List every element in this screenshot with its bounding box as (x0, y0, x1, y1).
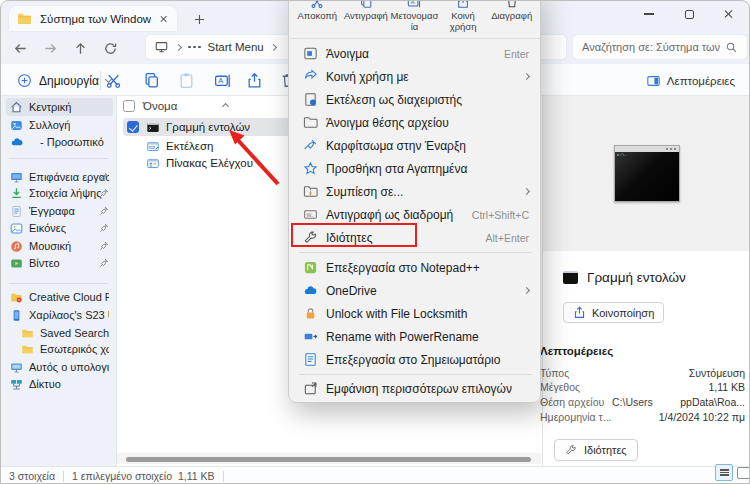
onedrive-icon (10, 136, 24, 149)
sidebar-item-this-pc[interactable]: Αυτός ο υπολογιστή (6, 358, 113, 376)
scrollbar-thumb[interactable] (126, 457, 531, 462)
up-icon (73, 41, 88, 56)
selection-count: 1 επιλεγμένο στοιχείο (72, 470, 172, 482)
paste-button[interactable] (178, 72, 195, 89)
run-as-admin-icon (302, 92, 318, 107)
details-pane: C:\. Γραμμή εντολών Κοινοποίηση Λεπτομέρ… (542, 96, 750, 466)
menu-item-edit-notepadpp[interactable]: Επεξεργασία στο Notepad++ (294, 256, 537, 279)
sidebar-item-phone[interactable]: Χαρίλαος's S23 Ultra (6, 306, 113, 324)
detail-value: 1/4/2024 10:22 πμ (659, 411, 745, 423)
sidebar-item-label: Δίκτυο (29, 378, 109, 390)
menu-item-show-more-options[interactable]: Εμφάνιση περισσότερων επιλογών (294, 377, 537, 400)
share-icon (573, 306, 586, 319)
rename-button[interactable]: A (214, 72, 231, 89)
pin-icon (99, 258, 109, 268)
sidebar-item-label: Συλλογή (29, 119, 109, 131)
quick-action-label: Διαγραφή (491, 11, 532, 22)
home-icon (10, 101, 23, 114)
cmd-icon (563, 271, 578, 284)
new-item-label: Δημιουργία (39, 74, 99, 88)
select-all-checkbox[interactable] (123, 100, 135, 112)
context-menu: Αποκοπή Αντιγραφή A Μετονομασία Κοινή χρ… (288, 0, 541, 403)
list-view-button[interactable] (715, 464, 733, 481)
sidebar-item-creative-cloud[interactable]: Creative Cloud Files F (6, 288, 113, 306)
menu-item-open[interactable]: Άνοιγμα Enter (294, 42, 537, 65)
cut-icon (310, 0, 324, 9)
window-controls (629, 1, 749, 27)
this-pc-icon (10, 361, 23, 374)
sidebar-item-label: Creative Cloud Files F (29, 291, 109, 303)
maximize-button[interactable] (669, 1, 709, 27)
menu-divider (299, 252, 532, 253)
menu-item-add-to-favorites[interactable]: Προσθήκη στα Αγαπημένα (294, 157, 537, 180)
refresh-button[interactable] (99, 37, 121, 59)
row-checkbox[interactable] (127, 121, 139, 133)
menu-item-label: Καρφίτσωμα στην Έναρξη (326, 139, 529, 153)
detail-label: Μέγεθος (540, 381, 612, 393)
close-icon (724, 9, 734, 19)
sidebar-item-home[interactable]: Κεντρική (6, 98, 113, 116)
menu-item-file-locksmith[interactable]: Unlock with File Locksmith (294, 302, 537, 325)
folder-icon (21, 327, 34, 340)
share-button[interactable] (246, 72, 263, 89)
sidebar-item-label: Στοιχεία λήψης (29, 187, 109, 199)
explorer-tab[interactable]: Σύστημα των Windows (9, 6, 177, 31)
cut-button[interactable] (105, 72, 122, 89)
tab-close-icon[interactable] (160, 15, 168, 23)
menu-item-powerrename[interactable]: Rename with PowerRename (294, 325, 537, 348)
quick-rename-button[interactable]: A Μετονομασία (390, 0, 438, 38)
copy-button[interactable] (143, 72, 160, 89)
toggle-details-pane-button[interactable]: Λεπτομέρειες (640, 69, 741, 92)
detail-row-file-location: Θέση αρχείου C:\Users ppData\Roa... (540, 395, 750, 409)
content-view-button[interactable] (737, 467, 750, 479)
powerrename-icon (302, 329, 318, 344)
menu-item-open-file-location[interactable]: Άνοιγμα θέσης αρχείου (294, 111, 537, 134)
rename-icon: A (407, 0, 421, 9)
menu-item-share-with[interactable]: Κοινή χρήση με (294, 65, 537, 88)
quick-delete-button[interactable]: Διαγραφή (488, 0, 536, 38)
sidebar-item-onedrive-personal[interactable]: - Προσωπικό (6, 133, 113, 151)
up-button[interactable] (69, 37, 91, 59)
back-button[interactable] (9, 37, 31, 59)
search-input[interactable]: Αναζήτηση σε: Σύστημα των (573, 35, 747, 59)
share-file-button[interactable]: Κοινοποίηση (563, 302, 664, 323)
status-divider (63, 471, 64, 482)
sidebar-item-videos[interactable]: Βίντεο (6, 254, 113, 272)
menu-item-compress-to[interactable]: Συμπίεση σε... (294, 180, 537, 203)
sidebar-item-gallery[interactable]: Συλλογή (6, 116, 113, 134)
minimize-button[interactable] (629, 1, 669, 27)
tab-title: Σύστημα των Windows (40, 13, 151, 25)
sidebar-item-pictures[interactable]: Εικόνες (6, 219, 113, 237)
sidebar-item-downloads[interactable]: Στοιχεία λήψης (6, 184, 113, 202)
menu-item-pin-to-start[interactable]: Καρφίτσωμα στην Έναρξη (294, 134, 537, 157)
sidebar-item-internal-storage[interactable]: Εσωτερικός χώρος (17, 340, 113, 358)
overflow-crumbs-icon[interactable] (188, 46, 201, 49)
sidebar-item-network[interactable]: Δίκτυο (6, 375, 113, 393)
file-row-run[interactable]: Εκτέλεση (123, 137, 217, 155)
sidebar-item-music[interactable]: Μουσική (6, 237, 113, 255)
properties-button[interactable]: Ιδιότητες (554, 439, 638, 461)
notepad-icon (302, 352, 318, 367)
search-icon (725, 41, 738, 54)
column-header-name[interactable]: Όνομα (123, 100, 177, 112)
sidebar-item-documents[interactable]: Έγγραφα (6, 202, 113, 220)
menu-item-edit-notepad[interactable]: Επεξεργασία στο Σημειωματάριο (294, 348, 537, 371)
horizontal-scrollbar[interactable] (117, 453, 541, 464)
menu-item-label: Unlock with File Locksmith (326, 307, 529, 321)
quick-cut-button[interactable]: Αποκοπή (293, 0, 341, 38)
menu-item-onedrive[interactable]: OneDrive (294, 279, 537, 302)
copy-icon (359, 0, 373, 9)
sidebar-divider (9, 283, 108, 284)
crumb-start-menu[interactable]: Start Menu (208, 41, 264, 53)
detail-value: 1,11 KB (708, 381, 745, 393)
close-button[interactable] (709, 1, 749, 27)
new-tab-button[interactable] (189, 9, 209, 29)
chevron-right-icon (270, 43, 277, 50)
quick-share-button[interactable]: Κοινή χρήση (439, 0, 487, 38)
quick-copy-button[interactable]: Αντιγραφή (342, 0, 390, 38)
menu-item-label: Άνοιγμα (326, 47, 504, 61)
new-item-button[interactable]: Δημιουργία (11, 68, 117, 93)
sidebar-item-label: Αυτός ο υπολογιστή (29, 361, 109, 373)
menu-item-run-as-admin[interactable]: Εκτέλεση ως διαχειριστής (294, 88, 537, 111)
forward-button[interactable] (39, 37, 61, 59)
